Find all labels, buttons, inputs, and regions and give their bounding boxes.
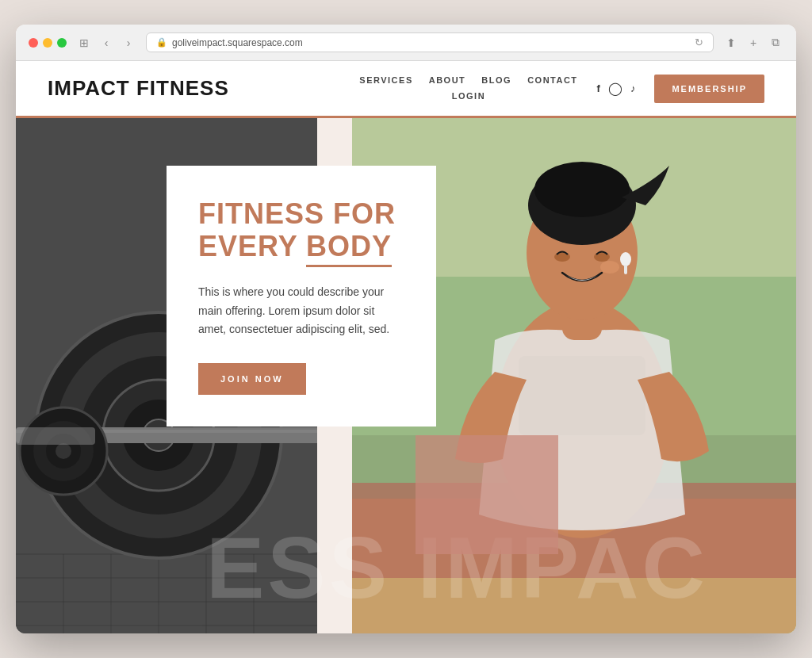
site-logo: IMPACT FITNESS (48, 76, 229, 101)
window-control-icon[interactable]: ⊞ (76, 35, 92, 51)
forward-button[interactable]: › (121, 35, 136, 51)
svg-point-38 (600, 261, 619, 274)
page: IMPACT FITNESS SERVICES ABOUT BLOG CONTA… (16, 61, 796, 633)
svg-rect-22 (16, 427, 95, 445)
nav-about[interactable]: ABOUT (429, 75, 466, 85)
membership-button[interactable]: MEMBERSHIP (654, 75, 764, 103)
site-header: IMPACT FITNESS SERVICES ABOUT BLOG CONTA… (16, 61, 796, 118)
minimize-button[interactable] (43, 38, 52, 48)
decorative-rectangle (416, 435, 558, 554)
address-bar[interactable]: 🔒 goliveimpact.squarespace.com ↻ (146, 33, 714, 52)
hero-title-line1: FITNESS FOR (198, 197, 404, 230)
url-text: goliveimpact.squarespace.com (172, 37, 303, 48)
browser-chrome: ⊞ ‹ › 🔒 goliveimpact.squarespace.com ↻ ⬆… (16, 25, 796, 61)
hero-title-every: EVERY (198, 230, 306, 262)
hero-body-text: This is where you could describe your ma… (198, 283, 404, 339)
hero-content-card: FITNESS FOR EVERY BODY This is where you… (167, 166, 436, 427)
nav-login[interactable]: LOGIN (452, 91, 485, 101)
share-icon[interactable]: ⬆ (723, 35, 739, 51)
main-nav: SERVICES ABOUT BLOG CONTACT LOGIN f ◯ ♪ … (359, 75, 764, 103)
nav-links: SERVICES ABOUT BLOG CONTACT LOGIN (359, 75, 577, 102)
refresh-icon[interactable]: ↻ (695, 36, 703, 48)
join-now-button[interactable]: JOIN NOW (198, 363, 306, 395)
nav-contact[interactable]: CONTACT (527, 75, 577, 85)
hero-title-body: BODY (306, 230, 392, 266)
lock-icon: 🔒 (156, 37, 167, 48)
tiktok-icon[interactable]: ♪ (630, 82, 636, 94)
facebook-icon[interactable]: f (597, 82, 600, 94)
nav-blog[interactable]: BLOG (481, 75, 511, 85)
close-button[interactable] (29, 38, 38, 48)
maximize-button[interactable] (57, 38, 67, 48)
browser-window: ⊞ ‹ › 🔒 goliveimpact.squarespace.com ↻ ⬆… (16, 25, 796, 633)
new-tab-icon[interactable]: + (745, 35, 761, 51)
nav-services[interactable]: SERVICES (359, 75, 412, 85)
svg-rect-37 (624, 265, 627, 274)
svg-point-33 (534, 162, 630, 217)
hero-title: FITNESS FOR EVERY BODY (198, 197, 404, 267)
nav-row-top: SERVICES ABOUT BLOG CONTACT (359, 75, 577, 85)
hero-title-line2: EVERY BODY (198, 230, 404, 266)
browser-actions: ⬆ + ⧉ (723, 35, 783, 51)
social-icons: f ◯ ♪ (597, 81, 636, 96)
traffic-lights (29, 38, 67, 48)
browser-controls: ⊞ ‹ › (76, 35, 136, 51)
instagram-icon[interactable]: ◯ (608, 81, 622, 96)
hero-section: FITNESS FOR EVERY BODY This is where you… (16, 118, 796, 633)
svg-point-21 (56, 443, 71, 459)
tab-overview-icon[interactable]: ⧉ (768, 35, 783, 51)
svg-point-36 (620, 252, 631, 266)
back-button[interactable]: ‹ (98, 35, 114, 51)
